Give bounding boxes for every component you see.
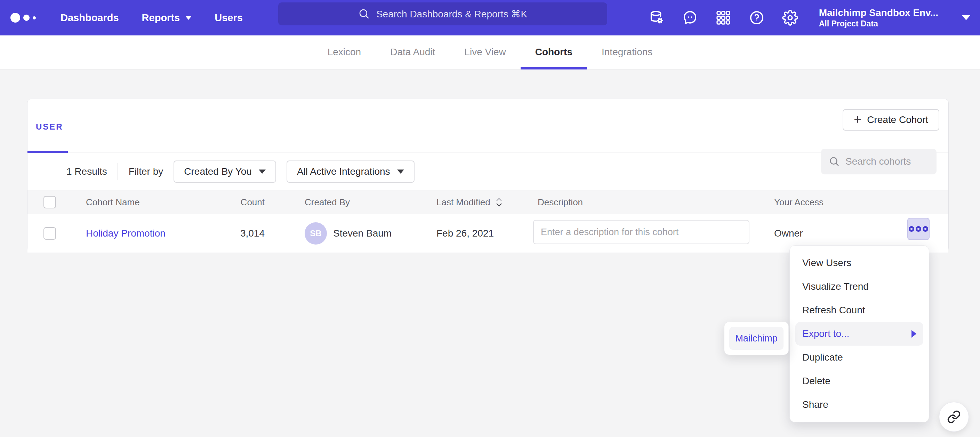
top-nav-links: Dashboards Reports Users bbox=[60, 12, 243, 24]
cohort-name-link[interactable]: Holiday Promotion bbox=[86, 228, 165, 239]
chevron-down-icon[interactable] bbox=[962, 15, 970, 20]
project-subtitle: All Project Data bbox=[819, 19, 938, 29]
more-options-icon bbox=[909, 226, 914, 232]
project-switcher[interactable]: Mailchimp Sandbox Env... All Project Dat… bbox=[819, 6, 938, 29]
cohort-count: 3,014 bbox=[201, 214, 265, 253]
tab-label: Lexicon bbox=[328, 46, 361, 58]
create-cohort-label: Create Cohort bbox=[867, 114, 928, 125]
chevron-down-icon bbox=[185, 16, 192, 20]
apps-grid-icon[interactable] bbox=[715, 10, 731, 26]
column-count: Count bbox=[201, 190, 265, 214]
tab-cohorts[interactable]: Cohorts bbox=[520, 35, 587, 69]
global-search-placeholder: Search Dashboards & Reports ⌘K bbox=[376, 8, 527, 20]
avatar: SB bbox=[305, 222, 327, 245]
help-icon[interactable] bbox=[749, 10, 765, 26]
nav-item-users[interactable]: Users bbox=[215, 12, 243, 24]
tab-label: Cohorts bbox=[535, 46, 573, 58]
row-checkbox[interactable] bbox=[43, 227, 56, 240]
results-count: 1 Results bbox=[67, 166, 107, 177]
create-cohort-button[interactable]: + Create Cohort bbox=[843, 109, 939, 131]
cohorts-card: USER + Create Cohort 1 Results Filter by… bbox=[27, 99, 949, 252]
tab-label: USER bbox=[36, 122, 63, 131]
filter-by-label: Filter by bbox=[129, 166, 164, 177]
nav-item-label: Dashboards bbox=[60, 12, 119, 24]
column-last-modified[interactable]: Last Modified bbox=[436, 190, 503, 214]
settings-icon[interactable] bbox=[782, 10, 798, 26]
table-header: Cohort Name Count Created By Last Modifi… bbox=[27, 190, 948, 214]
search-icon bbox=[829, 156, 840, 167]
chevron-down-icon bbox=[397, 169, 404, 174]
project-name: Mailchimp Sandbox Env... bbox=[819, 6, 938, 19]
submenu-item-mailchimp[interactable]: Mailchimp bbox=[729, 327, 784, 350]
sort-icon bbox=[495, 196, 503, 208]
menu-item-label: Export to... bbox=[802, 328, 849, 339]
filter-label: All Active Integrations bbox=[297, 166, 390, 177]
top-nav-right: Mailchimp Sandbox Env... All Project Dat… bbox=[649, 0, 970, 35]
more-options-icon bbox=[916, 226, 921, 232]
plus-icon: + bbox=[854, 112, 861, 126]
cohort-search-input[interactable] bbox=[845, 156, 925, 167]
created-by-filter[interactable]: Created By You bbox=[173, 160, 276, 183]
feedback-icon[interactable] bbox=[682, 10, 698, 26]
export-submenu: Mailchimp bbox=[724, 322, 789, 355]
cohort-type-tabs: USER + Create Cohort bbox=[27, 99, 948, 153]
menu-item-visualize-trend[interactable]: Visualize Trend bbox=[795, 275, 923, 298]
active-tab-underline bbox=[520, 67, 587, 70]
data-management-tabs: Lexicon Data Audit Live View Cohorts Int… bbox=[0, 35, 980, 70]
select-all-checkbox[interactable] bbox=[43, 196, 56, 208]
tab-label: Live View bbox=[464, 46, 506, 58]
column-description: Description bbox=[538, 190, 583, 214]
active-tab-underline bbox=[27, 151, 68, 153]
filter-bar: 1 Results Filter by Created By You All A… bbox=[27, 153, 948, 190]
nav-item-label: Users bbox=[215, 12, 243, 24]
nav-item-reports[interactable]: Reports bbox=[142, 12, 192, 24]
global-search-input[interactable]: Search Dashboards & Reports ⌘K bbox=[278, 2, 607, 25]
creator-name: Steven Baum bbox=[333, 228, 391, 239]
tab-live-view[interactable]: Live View bbox=[450, 35, 520, 69]
menu-item-view-users[interactable]: View Users bbox=[795, 251, 923, 275]
tab-integrations[interactable]: Integrations bbox=[587, 35, 667, 69]
search-icon bbox=[358, 8, 370, 20]
mixpanel-logo-icon[interactable] bbox=[10, 13, 49, 22]
chevron-down-icon bbox=[259, 169, 266, 174]
menu-item-refresh-count[interactable]: Refresh Count bbox=[795, 298, 923, 322]
row-menu-button[interactable] bbox=[907, 218, 929, 240]
description-input[interactable] bbox=[533, 220, 749, 244]
data-management-icon[interactable] bbox=[649, 10, 665, 26]
menu-item-share[interactable]: Share bbox=[795, 393, 923, 416]
last-modified-date: Feb 26, 2021 bbox=[436, 214, 494, 253]
nav-item-label: Reports bbox=[142, 12, 180, 24]
integrations-filter[interactable]: All Active Integrations bbox=[286, 160, 415, 183]
nav-item-dashboards[interactable]: Dashboards bbox=[60, 12, 119, 24]
tab-data-audit[interactable]: Data Audit bbox=[375, 35, 450, 69]
submenu-arrow-icon bbox=[912, 330, 916, 338]
tab-user-cohorts[interactable]: USER bbox=[36, 122, 63, 131]
column-created-by: Created By bbox=[305, 190, 350, 214]
tab-label: Integrations bbox=[601, 46, 652, 58]
menu-item-export-to[interactable]: Export to... bbox=[795, 322, 923, 346]
link-icon bbox=[947, 410, 961, 424]
menu-item-delete[interactable]: Delete bbox=[795, 369, 923, 393]
divider bbox=[118, 163, 118, 180]
column-cohort-name: Cohort Name bbox=[86, 190, 200, 214]
tab-lexicon[interactable]: Lexicon bbox=[313, 35, 376, 69]
menu-item-duplicate[interactable]: Duplicate bbox=[795, 346, 923, 369]
tab-label: Data Audit bbox=[390, 46, 435, 58]
context-menu: View Users Visualize Trend Refresh Count… bbox=[789, 245, 929, 423]
column-label: Last Modified bbox=[436, 197, 490, 208]
cohort-search bbox=[821, 149, 937, 174]
copy-link-button[interactable] bbox=[939, 402, 969, 432]
top-navigation: Dashboards Reports Users Search Dashboar… bbox=[0, 0, 980, 35]
column-your-access: Your Access bbox=[774, 190, 824, 214]
filter-label: Created By You bbox=[184, 166, 252, 177]
more-options-icon bbox=[923, 226, 928, 232]
